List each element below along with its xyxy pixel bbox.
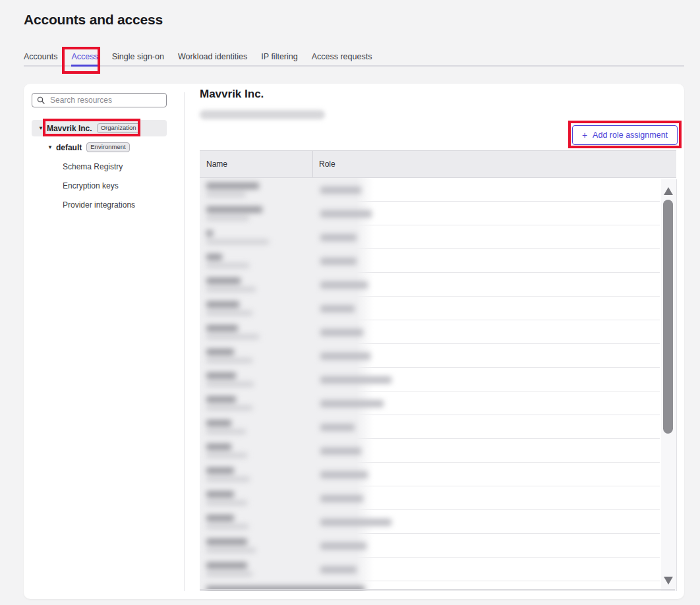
tree-item-label: default [56,143,82,152]
redacted-name-text [206,206,262,213]
tab-ip-filtering[interactable]: IP filtering [261,53,297,61]
search-box[interactable] [32,93,167,107]
redacted-role-text [320,471,368,478]
redacted-role-text [320,187,361,194]
resource-type-badge: Organization [97,123,140,133]
redacted-role-text [320,542,366,550]
tree-item-label: Schema Registry [63,162,123,171]
redacted-role-text [320,210,372,217]
redacted-name-text [206,277,241,284]
search-icon [37,96,45,104]
redacted-name-text [206,358,252,363]
tree-item-default[interactable]: ▼defaultEnvironment [32,139,167,156]
redacted-name-text [206,476,250,482]
sidebar-divider [184,92,185,591]
tab-access-requests[interactable]: Access requests [312,53,372,61]
redacted-name-text [206,444,231,450]
redacted-role-text [320,495,363,502]
redacted-name-text [206,453,247,458]
page-title: Accounts and access [24,12,163,28]
redacted-role-text [320,353,370,360]
column-header-role: Role [312,151,676,177]
redacted-name-text [206,429,246,434]
redacted-role-text [320,447,361,455]
table-bottom-divider [200,589,675,591]
search-input[interactable] [49,95,161,105]
caret-down-icon[interactable]: ▼ [47,145,53,150]
redacted-role-text [320,566,357,573]
redacted-name-text [206,562,247,569]
redacted-name-text [206,500,247,505]
tab-accounts[interactable]: Accounts [24,53,57,61]
redacted-name-text [206,216,249,221]
caret-down-icon[interactable]: ▼ [38,126,44,131]
redacted-role-text [320,281,368,289]
tree-item-label: Encryption keys [63,181,119,190]
add-role-assignment-button[interactable]: + Add role assignment [572,125,678,145]
redacted-blur-overlay [200,178,374,591]
redacted-name-text [206,301,239,308]
resource-tree: ▼Mavvrik Inc.Organization▼defaultEnviron… [32,120,167,216]
add-role-assignment-label: Add role assignment [593,130,668,140]
scrollbar-thumb[interactable] [663,200,673,434]
redacted-name-text [206,524,248,529]
scrollbar-up-arrow-icon[interactable] [664,187,673,195]
redacted-name-text [206,515,234,521]
redacted-name-text [206,571,252,577]
redacted-role-text [320,305,355,312]
tab-access[interactable]: Access [71,53,98,61]
redacted-name-text [206,287,256,292]
redacted-name-text [206,491,234,498]
tree-item-schema-registry[interactable]: Schema Registry [32,158,167,175]
tab-single-sign-on[interactable]: Single sign-on [112,53,164,61]
redacted-name-text [206,349,234,355]
redacted-name-text [206,310,252,316]
redacted-name-text [206,263,249,268]
tree-item-label: Mavvrik Inc. [47,124,92,133]
org-id-redacted-text [200,110,325,119]
redacted-role-text [320,234,357,241]
redacted-role-text [320,400,384,407]
redacted-name-text [206,230,213,237]
redacted-name-text [206,538,247,545]
tree-item-label: Provider integrations [63,200,135,210]
redacted-name-text [206,467,234,474]
redacted-name-text [206,239,269,245]
redacted-name-text [206,334,259,339]
redacted-name-text [206,396,236,403]
resource-type-badge: Environment [86,142,129,152]
redacted-role-text [320,424,355,431]
tree-item-provider-integrations[interactable]: Provider integrations [32,196,167,213]
redacted-name-text [206,405,252,411]
redacted-name-text [206,325,238,331]
tab-workload-identities[interactable]: Workload identities [178,53,247,61]
content-card: ▼Mavvrik Inc.Organization▼defaultEnviron… [24,84,684,599]
table-header: Name Role [200,150,676,178]
tree-item-encryption-keys[interactable]: Encryption keys [32,177,167,194]
tab-bar: AccountsAccessSingle sign-onWorkload ide… [24,53,684,67]
org-heading: Mavvrik Inc. [200,88,264,101]
plus-icon: + [582,130,587,140]
redacted-role-text [320,329,363,336]
column-header-name: Name [200,151,312,177]
redacted-name-text [206,372,236,379]
scrollbar-down-arrow-icon[interactable] [664,577,673,585]
redacted-name-text [206,192,246,197]
redacted-name-text [206,382,254,387]
redacted-name-text [206,254,222,260]
redacted-name-text [206,420,231,426]
redacted-name-text [206,183,259,189]
redacted-role-text [320,258,357,265]
redacted-role-text [320,376,392,384]
table-body [200,178,676,591]
redacted-role-text [320,519,392,526]
tree-item-mavvrik-inc[interactable]: ▼Mavvrik Inc.Organization [32,120,167,136]
redacted-name-text [206,548,256,553]
